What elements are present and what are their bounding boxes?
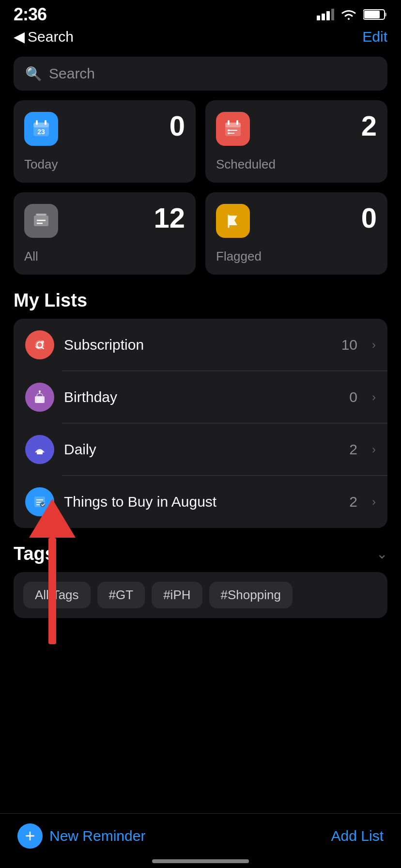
today-count: 0 <box>170 112 185 140</box>
battery-icon <box>363 9 387 20</box>
add-list-button[interactable]: Add List <box>331 828 384 844</box>
svg-rect-6 <box>364 11 380 18</box>
new-reminder-button[interactable]: + New Reminder <box>17 823 145 849</box>
status-bar: 2:36 <box>0 0 401 26</box>
tags-expand-icon[interactable]: ⌄ <box>376 546 387 562</box>
all-count: 12 <box>154 204 185 232</box>
list-item-birthday[interactable]: Birthday 0 › <box>14 371 387 423</box>
flagged-icon <box>216 204 250 238</box>
signal-icon <box>317 9 334 20</box>
birthday-icon <box>25 383 54 412</box>
svg-rect-14 <box>228 120 230 125</box>
subscription-count: 10 <box>341 337 357 353</box>
scheduled-label: Scheduled <box>216 157 377 172</box>
svg-point-27 <box>41 341 44 343</box>
svg-rect-0 <box>317 16 320 20</box>
daily-chevron: › <box>372 443 376 456</box>
all-label: All <box>24 249 185 264</box>
daily-name: Daily <box>64 441 339 458</box>
search-container: 🔍 Search <box>0 51 401 100</box>
flagged-label: Flagged <box>216 249 377 264</box>
smart-card-scheduled[interactable]: 2 Scheduled <box>205 100 387 183</box>
svg-rect-8 <box>33 123 49 127</box>
svg-point-19 <box>228 132 230 134</box>
today-icon: 23 <box>24 112 58 146</box>
svg-rect-13 <box>225 123 241 127</box>
smart-lists-grid: 23 0 Today 2 Schedu <box>0 100 401 286</box>
status-time: 2:36 <box>14 4 46 25</box>
daily-count: 2 <box>349 441 357 458</box>
arrow-annotation <box>29 499 76 644</box>
plus-icon: + <box>17 823 43 849</box>
svg-rect-10 <box>45 120 46 125</box>
search-bar[interactable]: 🔍 Search <box>14 57 387 91</box>
back-label: Search <box>28 29 74 45</box>
things-to-buy-count: 2 <box>349 494 357 510</box>
home-indicator <box>152 859 249 863</box>
smart-card-flagged[interactable]: 0 Flagged <box>205 192 387 275</box>
search-placeholder: Search <box>49 65 95 82</box>
wifi-icon <box>340 8 357 21</box>
tag-gt[interactable]: #GT <box>97 582 145 608</box>
daily-icon <box>25 435 54 464</box>
my-lists-header: My Lists <box>0 286 401 319</box>
svg-rect-9 <box>36 120 38 125</box>
svg-rect-15 <box>236 120 238 125</box>
birthday-count: 0 <box>349 389 357 405</box>
tag-shopping[interactable]: #Shopping <box>209 582 293 608</box>
smart-card-today[interactable]: 23 0 Today <box>14 100 196 183</box>
svg-rect-33 <box>37 451 43 454</box>
new-reminder-label: New Reminder <box>49 828 145 844</box>
svg-rect-3 <box>331 9 334 20</box>
lists-container: Subscription 10 › Birthday 0 › Daily <box>14 319 387 528</box>
flagged-count: 0 <box>361 204 377 232</box>
all-icon <box>24 204 58 238</box>
status-icons <box>317 8 387 21</box>
smart-card-all[interactable]: 12 All <box>14 192 196 275</box>
back-button[interactable]: ◀ Search <box>14 28 74 45</box>
things-to-buy-chevron: › <box>372 495 376 509</box>
subscription-name: Subscription <box>64 337 332 353</box>
birthday-name: Birthday <box>64 389 339 405</box>
edit-button[interactable]: Edit <box>362 29 387 45</box>
tag-iph[interactable]: #iPH <box>152 582 202 608</box>
svg-rect-21 <box>36 214 46 216</box>
today-label: Today <box>24 157 185 172</box>
things-to-buy-name: Things to Buy in August <box>64 494 339 510</box>
svg-text:23: 23 <box>37 128 45 136</box>
subscription-icon <box>25 330 54 359</box>
scheduled-icon <box>216 112 250 146</box>
list-item-subscription[interactable]: Subscription 10 › <box>14 319 387 371</box>
search-icon: 🔍 <box>25 66 42 82</box>
svg-rect-2 <box>326 11 330 20</box>
back-chevron-icon: ◀ <box>14 28 25 45</box>
svg-rect-1 <box>322 14 325 20</box>
arrow-head <box>29 499 76 538</box>
birthday-chevron: › <box>372 390 376 404</box>
svg-point-18 <box>228 129 230 131</box>
nav-bar: ◀ Search Edit <box>0 26 401 51</box>
list-item-daily[interactable]: Daily 2 › <box>14 423 387 476</box>
arrow-shaft <box>48 538 56 644</box>
subscription-chevron: › <box>372 338 376 352</box>
svg-point-32 <box>39 390 41 392</box>
scheduled-count: 2 <box>361 112 377 140</box>
svg-rect-5 <box>385 13 386 16</box>
